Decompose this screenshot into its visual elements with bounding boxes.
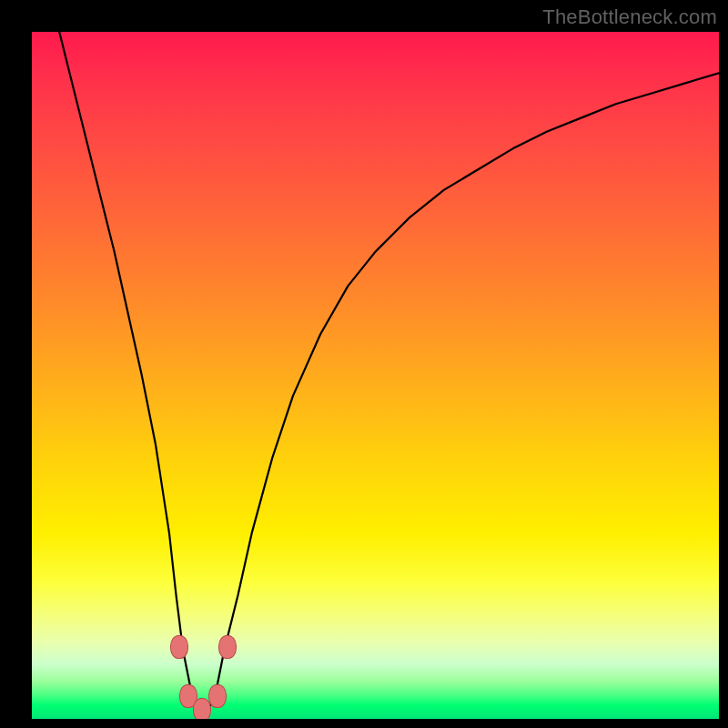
curve-marker <box>170 635 188 659</box>
curve-marker <box>208 684 227 708</box>
watermark-text: TheBottleneck.com <box>542 5 717 29</box>
plot-area <box>32 32 719 719</box>
curve-markers <box>32 32 719 719</box>
curve-marker <box>218 635 237 659</box>
chart-frame: TheBottleneck.com <box>0 0 728 728</box>
